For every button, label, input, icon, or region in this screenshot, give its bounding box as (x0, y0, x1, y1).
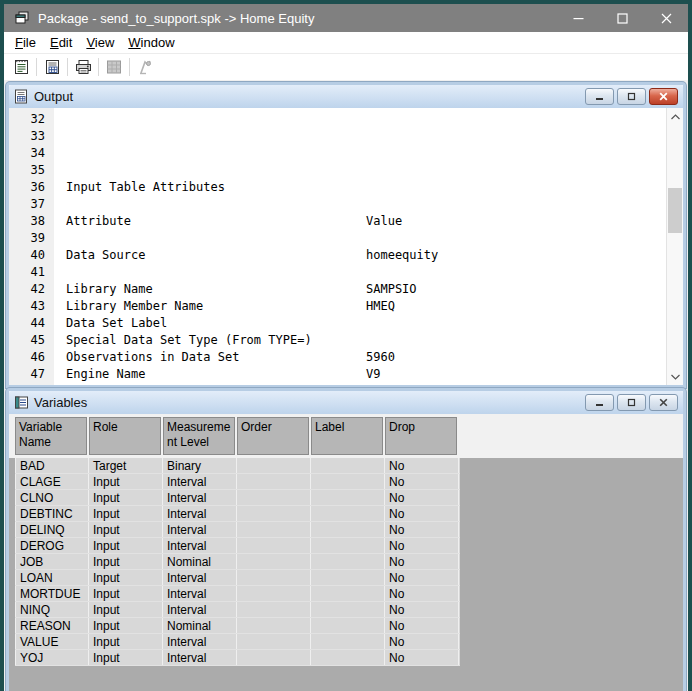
variables-restore-button[interactable] (617, 394, 646, 411)
cell-label[interactable] (311, 474, 385, 489)
cell-order[interactable] (237, 554, 311, 569)
variable-row[interactable]: YOJInputIntervalNo (15, 650, 460, 666)
variables-close-button[interactable] (649, 394, 678, 411)
cell-drop[interactable]: No (385, 554, 459, 569)
cell-role[interactable]: Input (89, 554, 163, 569)
cell-level[interactable]: Nominal (163, 618, 237, 633)
cell-name[interactable]: DEBTINC (15, 506, 89, 521)
minimize-button[interactable] (556, 4, 600, 32)
variable-row[interactable]: DEROGInputIntervalNo (15, 538, 460, 554)
cell-order[interactable] (237, 618, 311, 633)
cell-name[interactable]: CLAGE (15, 474, 89, 489)
cell-role[interactable]: Input (89, 538, 163, 553)
cell-drop[interactable]: No (385, 650, 459, 665)
cell-level[interactable]: Binary (163, 458, 237, 473)
new-document-icon[interactable] (9, 56, 33, 78)
close-button[interactable] (644, 4, 688, 32)
cell-level[interactable]: Interval (163, 602, 237, 617)
print-icon[interactable] (71, 56, 95, 78)
cell-order[interactable] (237, 634, 311, 649)
variable-row[interactable]: DELINQInputIntervalNo (15, 522, 460, 538)
cell-level[interactable]: Interval (163, 522, 237, 537)
cell-role[interactable]: Input (89, 650, 163, 665)
cell-level[interactable]: Interval (163, 586, 237, 601)
cell-label[interactable] (311, 618, 385, 633)
menu-view[interactable]: View (79, 34, 121, 51)
cell-role[interactable]: Input (89, 634, 163, 649)
cell-drop[interactable]: No (385, 474, 459, 489)
variables-titlebar[interactable]: Variables (9, 391, 683, 414)
cell-drop[interactable]: No (385, 634, 459, 649)
variable-row[interactable]: VALUEInputIntervalNo (15, 634, 460, 650)
main-titlebar[interactable]: Package - send_to_support.spk -> Home Eq… (4, 4, 688, 32)
cell-label[interactable] (311, 602, 385, 617)
cell-order[interactable] (237, 602, 311, 617)
column-header-measurement-level[interactable]: Measurement Level (163, 417, 235, 455)
cell-level[interactable]: Interval (163, 538, 237, 553)
cell-drop[interactable]: No (385, 570, 459, 585)
output-minimize-button[interactable] (585, 88, 614, 105)
cell-name[interactable]: JOB (15, 554, 89, 569)
column-header-label[interactable]: Label (311, 417, 383, 455)
scroll-down-icon[interactable] (667, 368, 683, 385)
cell-order[interactable] (237, 506, 311, 521)
variable-row[interactable]: LOANInputIntervalNo (15, 570, 460, 586)
cell-order[interactable] (237, 570, 311, 585)
output-close-button[interactable] (649, 88, 678, 105)
variables-minimize-button[interactable] (585, 394, 614, 411)
variable-row[interactable]: BADTargetBinaryNo (15, 458, 460, 474)
cell-drop[interactable]: No (385, 586, 459, 601)
cell-label[interactable] (311, 506, 385, 521)
cell-label[interactable] (311, 586, 385, 601)
cell-drop[interactable]: No (385, 618, 459, 633)
cell-order[interactable] (237, 522, 311, 537)
cell-label[interactable] (311, 570, 385, 585)
cell-order[interactable] (237, 586, 311, 601)
variable-row[interactable]: CLNOInputIntervalNo (15, 490, 460, 506)
cell-drop[interactable]: No (385, 506, 459, 521)
cell-level[interactable]: Interval (163, 570, 237, 585)
cell-level[interactable]: Interval (163, 474, 237, 489)
cell-order[interactable] (237, 490, 311, 505)
cell-role[interactable]: Input (89, 602, 163, 617)
menu-window[interactable]: Window (121, 34, 181, 51)
column-header-variable-name[interactable]: Variable Name (15, 417, 87, 455)
cell-role[interactable]: Target (89, 458, 163, 473)
cell-name[interactable]: LOAN (15, 570, 89, 585)
cell-drop[interactable]: No (385, 538, 459, 553)
cell-label[interactable] (311, 538, 385, 553)
cell-role[interactable]: Input (89, 522, 163, 537)
cell-level[interactable]: Nominal (163, 554, 237, 569)
maximize-button[interactable] (600, 4, 644, 32)
variable-row[interactable]: JOBInputNominalNo (15, 554, 460, 570)
cell-role[interactable]: Input (89, 618, 163, 633)
scroll-up-icon[interactable] (667, 108, 683, 125)
cell-role[interactable]: Input (89, 474, 163, 489)
cell-drop[interactable]: No (385, 602, 459, 617)
cell-name[interactable]: BAD (15, 458, 89, 473)
cell-level[interactable]: Interval (163, 490, 237, 505)
output-scrollbar[interactable] (666, 108, 683, 385)
cell-drop[interactable]: No (385, 458, 459, 473)
column-header-drop[interactable]: Drop (385, 417, 457, 455)
cell-role[interactable]: Input (89, 490, 163, 505)
cell-label[interactable] (311, 634, 385, 649)
output-document-icon[interactable] (40, 56, 64, 78)
variable-row[interactable]: DEBTINCInputIntervalNo (15, 506, 460, 522)
variable-row[interactable]: CLAGEInputIntervalNo (15, 474, 460, 490)
variable-row[interactable]: REASONInputNominalNo (15, 618, 460, 634)
cell-role[interactable]: Input (89, 570, 163, 585)
variable-row[interactable]: NINQInputIntervalNo (15, 602, 460, 618)
cell-level[interactable]: Interval (163, 650, 237, 665)
cell-level[interactable]: Interval (163, 634, 237, 649)
cell-name[interactable]: NINQ (15, 602, 89, 617)
column-header-order[interactable]: Order (237, 417, 309, 455)
output-restore-button[interactable] (617, 88, 646, 105)
cell-label[interactable] (311, 554, 385, 569)
cell-name[interactable]: YOJ (15, 650, 89, 665)
cell-label[interactable] (311, 490, 385, 505)
column-header-role[interactable]: Role (89, 417, 161, 455)
cell-name[interactable]: DEROG (15, 538, 89, 553)
cell-name[interactable]: VALUE (15, 634, 89, 649)
cell-order[interactable] (237, 538, 311, 553)
